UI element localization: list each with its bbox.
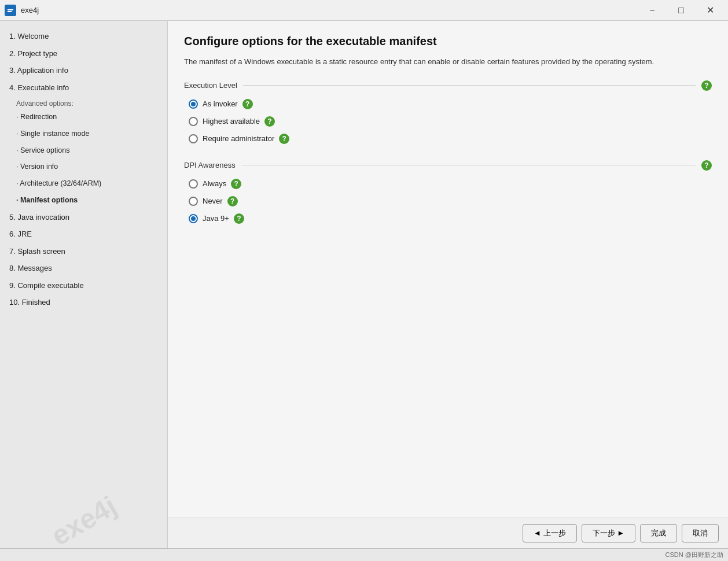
titlebar-controls: − □ ✕ (639, 2, 723, 19)
highest-available-help-icon[interactable]: ? (264, 116, 275, 127)
next-button[interactable]: 下一步 ► (582, 524, 635, 542)
sidebar-item-version-info[interactable]: · Version info (0, 158, 167, 175)
radio-never-label: Never (203, 197, 223, 205)
radio-never-circle[interactable] (189, 197, 198, 206)
dpi-awareness-radio-group: Always ? Never ? Java 9+ ? (184, 179, 712, 224)
sidebar-item-jre[interactable]: 6. JRE (0, 226, 167, 243)
dpi-awareness-section: DPI Awareness ? Always ? Never ? (184, 160, 712, 224)
svg-rect-1 (8, 9, 13, 10)
close-button[interactable]: ✕ (697, 2, 723, 19)
execution-level-help-icon[interactable]: ? (701, 80, 712, 91)
footer: ◄ 上一步 下一步 ► 完成 取消 (168, 518, 728, 548)
dpi-awareness-label: DPI Awareness (184, 161, 236, 169)
radio-highest-available-circle[interactable] (189, 117, 198, 126)
statusbar-text: CSDN @田野新之助 (666, 551, 723, 559)
minimize-button[interactable]: − (639, 2, 666, 19)
sidebar-item-architecture[interactable]: · Architecture (32/64/ARM) (0, 175, 167, 192)
sidebar-item-java-invocation[interactable]: 5. Java invocation (0, 209, 167, 226)
dpi-awareness-header: DPI Awareness ? (184, 160, 712, 171)
sidebar-item-exec-info[interactable]: 4. Executable info (0, 79, 167, 97)
titlebar: exe4j − □ ✕ (0, 0, 728, 21)
radio-highest-available-label: Highest available (203, 117, 260, 126)
statusbar: CSDN @田野新之助 (0, 548, 728, 561)
sidebar-item-redirection[interactable]: · Redirection (0, 109, 167, 126)
sidebar-item-splash-screen[interactable]: 7. Splash screen (0, 243, 167, 260)
sidebar-item-compile[interactable]: 9. Compile executable (0, 277, 167, 294)
content-body: Configure options for the executable man… (168, 21, 728, 518)
maximize-button[interactable]: □ (668, 2, 694, 19)
titlebar-left: exe4j (5, 5, 39, 16)
sidebar-item-messages[interactable]: 8. Messages (0, 260, 167, 277)
sidebar-item-welcome[interactable]: 1. Welcome (0, 28, 167, 45)
prev-button[interactable]: ◄ 上一步 (523, 524, 576, 542)
main-window: 1. Welcome 2. Project type 3. Applicatio… (0, 21, 728, 548)
execution-level-divider (243, 85, 696, 86)
radio-require-admin[interactable]: Require administrator ? (189, 134, 712, 144)
cancel-button[interactable]: 取消 (682, 524, 719, 542)
finish-button[interactable]: 完成 (640, 524, 677, 542)
sidebar: 1. Welcome 2. Project type 3. Applicatio… (0, 21, 168, 548)
java9plus-help-icon[interactable]: ? (234, 213, 244, 224)
radio-as-invoker[interactable]: As invoker ? (189, 99, 712, 109)
svg-rect-2 (8, 11, 12, 12)
radio-always-label: Always (203, 179, 226, 188)
execution-level-section: Execution Level ? As invoker ? Highest a… (184, 80, 712, 144)
never-help-icon[interactable]: ? (227, 196, 238, 206)
titlebar-title: exe4j (21, 6, 39, 14)
require-admin-help-icon[interactable]: ? (279, 134, 289, 144)
radio-highest-available[interactable]: Highest available ? (189, 116, 712, 127)
radio-always[interactable]: Always ? (189, 179, 712, 189)
radio-require-admin-circle[interactable] (189, 134, 198, 143)
execution-level-header: Execution Level ? (184, 80, 712, 91)
radio-java9plus[interactable]: Java 9+ ? (189, 213, 712, 224)
as-invoker-help-icon[interactable]: ? (242, 99, 253, 109)
radio-never[interactable]: Never ? (189, 196, 712, 206)
dpi-awareness-divider (241, 165, 696, 165)
page-title: Configure options for the executable man… (184, 35, 712, 48)
page-description: The manifest of a Windows executable is … (184, 56, 712, 68)
radio-as-invoker-label: As invoker (203, 99, 238, 108)
radio-as-invoker-circle[interactable] (189, 99, 198, 109)
execution-level-label: Execution Level (184, 81, 237, 90)
radio-always-circle[interactable] (189, 179, 198, 189)
sidebar-item-service-options[interactable]: · Service options (0, 142, 167, 159)
radio-require-admin-label: Require administrator (203, 134, 274, 143)
always-help-icon[interactable]: ? (231, 179, 241, 189)
advanced-options-label: Advanced options: (0, 96, 167, 109)
sidebar-watermark: exe4j (46, 490, 122, 548)
sidebar-item-single-instance[interactable]: · Single instance mode (0, 126, 167, 142)
execution-level-radio-group: As invoker ? Highest available ? Require… (184, 99, 712, 144)
sidebar-item-manifest-options[interactable]: · Manifest options (0, 192, 167, 209)
sidebar-item-project-type[interactable]: 2. Project type (0, 45, 167, 62)
sidebar-item-finished[interactable]: 10. Finished (0, 294, 167, 311)
radio-java9plus-circle[interactable] (189, 214, 198, 223)
content-area: Configure options for the executable man… (168, 21, 728, 548)
radio-java9plus-label: Java 9+ (203, 214, 229, 223)
dpi-awareness-help-icon[interactable]: ? (701, 160, 712, 171)
sidebar-item-app-info[interactable]: 3. Application info (0, 62, 167, 79)
app-icon (5, 5, 16, 16)
